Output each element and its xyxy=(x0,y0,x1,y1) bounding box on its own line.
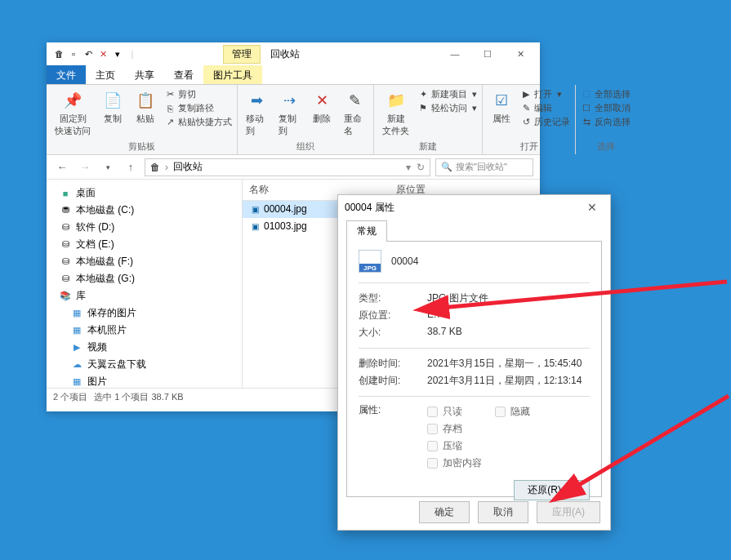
readonly-checkbox[interactable]: 只读 xyxy=(427,403,462,420)
tab-share[interactable]: 共享 xyxy=(125,65,164,84)
group-label-select: 选择 xyxy=(581,139,631,153)
edit-icon: ✎ xyxy=(520,103,532,114)
tree-pictures[interactable]: 图片 xyxy=(87,375,107,388)
properties-button[interactable]: ☑属性 xyxy=(488,88,515,127)
breadcrumb[interactable]: 🗑 › 回收站 ▾ ↻ xyxy=(145,158,430,176)
newfolder-icon: 📁 xyxy=(386,90,407,111)
copy-button[interactable]: 📄复制 xyxy=(99,88,127,127)
jpg-filetype-icon: JPG xyxy=(359,250,381,273)
ok-button[interactable]: 确定 xyxy=(419,501,470,523)
search-input[interactable]: 🔍 搜索"回收站" xyxy=(435,158,533,176)
close-button[interactable]: ✕ xyxy=(504,44,537,64)
open-button[interactable]: ▶打开 ▾ xyxy=(520,88,570,100)
qat-undo-icon[interactable]: ↶ xyxy=(82,48,94,60)
deleted-label: 删除时间: xyxy=(359,357,404,371)
group-label-new: 新建 xyxy=(379,139,477,153)
tree-f[interactable]: 本地磁盘 (F:) xyxy=(76,255,133,269)
ribbon-group-new: 📁新建 文件夹 ✦新建项目 ▾ ⚑轻松访问 ▾ 新建 xyxy=(374,85,483,154)
tree-c[interactable]: 本地磁盘 (C:) xyxy=(76,203,134,217)
origin-label: 原位置: xyxy=(359,309,404,322)
copyto-icon: ⇢ xyxy=(279,90,300,111)
edit-button[interactable]: ✎编辑 xyxy=(520,102,570,114)
copyto-button[interactable]: ⇢复制到 xyxy=(275,88,303,139)
type-value: JPG 图片文件 xyxy=(427,291,488,305)
tree-tianyi[interactable]: 天翼云盘下载 xyxy=(87,358,146,371)
close-icon[interactable]: ✕ xyxy=(581,201,604,214)
back-button[interactable]: ← xyxy=(53,158,71,176)
cloud-icon: ☁ xyxy=(71,359,82,371)
breadcrumb-location[interactable]: 回收站 xyxy=(173,160,203,174)
tree-savedpics[interactable]: 保存的图片 xyxy=(87,306,136,320)
qat-properties-icon[interactable]: ▫ xyxy=(68,48,79,60)
ribbon-group-clipboard: 📌固定到 快速访问 📄复制 📋粘贴 ✂剪切 ⎘复制路径 ↗粘贴快捷方式 剪贴板 xyxy=(47,85,238,154)
qat-dropdown-icon[interactable]: ▾ xyxy=(112,48,123,60)
tree-cameraroll[interactable]: 本机照片 xyxy=(87,323,127,337)
forward-button[interactable]: → xyxy=(76,158,94,176)
search-placeholder: 搜索"回收站" xyxy=(456,161,507,173)
selectnone-button[interactable]: ☐全部取消 xyxy=(581,102,631,114)
tree-g[interactable]: 本地磁盘 (G:) xyxy=(76,272,135,286)
group-label-open: 打开 xyxy=(488,139,570,153)
hidden-checkbox[interactable]: 隐藏 xyxy=(495,403,530,420)
paste-button[interactable]: 📋粘贴 xyxy=(131,88,159,127)
restore-button[interactable]: 还原(R) xyxy=(514,480,590,500)
jpg-icon: ▣ xyxy=(249,204,261,216)
delete-button[interactable]: ✕删除 xyxy=(308,88,336,127)
recent-dropdown[interactable]: ▾ xyxy=(99,158,117,176)
drive-icon: ⛃ xyxy=(60,205,71,216)
moveto-button[interactable]: ➡移动到 xyxy=(243,88,270,139)
desktop-icon: ■ xyxy=(60,188,71,199)
newfolder-button[interactable]: 📁新建 文件夹 xyxy=(379,88,412,139)
ribbon-tabs: 文件 主页 共享 查看 图片工具 xyxy=(47,65,540,85)
copypath-button[interactable]: ⎘复制路径 xyxy=(164,102,232,114)
tree-desktop[interactable]: 桌面 xyxy=(76,186,96,200)
ribbon-group-open: ☑属性 ▶打开 ▾ ✎编辑 ↺历史记录 打开 xyxy=(483,85,576,154)
manage-contextual-tab[interactable]: 管理 xyxy=(223,45,261,64)
selectnone-icon: ☐ xyxy=(581,103,592,114)
properties-dialog: 00004 属性 ✕ 常规 JPG 00004 类型:JPG 图片文件 原位置:… xyxy=(337,194,611,531)
qat-delete-icon[interactable]: ✕ xyxy=(97,48,109,60)
spinner-icon xyxy=(566,486,576,496)
minimize-button[interactable]: — xyxy=(439,44,471,64)
encrypted-checkbox[interactable]: 加密内容 xyxy=(427,455,590,472)
pasteshortcut-button[interactable]: ↗粘贴快捷方式 xyxy=(164,116,232,128)
history-icon: ↺ xyxy=(520,117,532,128)
pictures-icon: ▦ xyxy=(71,325,82,336)
pin-button[interactable]: 📌固定到 快速访问 xyxy=(51,88,94,139)
tab-home[interactable]: 主页 xyxy=(86,65,125,84)
tree-e[interactable]: 文档 (E:) xyxy=(76,238,114,251)
drive-icon: ⛁ xyxy=(60,239,71,251)
tree-videos[interactable]: 视频 xyxy=(87,340,107,354)
archive-checkbox[interactable]: 存档 xyxy=(427,420,590,438)
apply-button[interactable]: 应用(A) xyxy=(537,501,600,523)
easyaccess-button[interactable]: ⚑轻松访问 ▾ xyxy=(417,102,477,114)
ribbon-group-organize: ➡移动到 ⇢复制到 ✕删除 ✎重命名 组织 xyxy=(238,85,374,154)
pictures-icon: ▦ xyxy=(71,376,82,388)
type-label: 类型: xyxy=(359,291,404,305)
rename-button[interactable]: ✎重命名 xyxy=(341,88,368,139)
open-icon: ▶ xyxy=(520,89,532,100)
tree-libs[interactable]: 库 xyxy=(76,289,86,303)
tab-file[interactable]: 文件 xyxy=(47,65,86,84)
props-filename: 00004 xyxy=(391,256,418,267)
window-title: 回收站 xyxy=(264,46,306,63)
compressed-checkbox[interactable]: 压缩 xyxy=(427,438,590,455)
newitem-button[interactable]: ✦新建项目 ▾ xyxy=(417,88,477,100)
selectall-button[interactable]: ☐全部选择 xyxy=(581,88,631,100)
attributes-label: 属性: xyxy=(359,403,404,472)
cut-button[interactable]: ✂剪切 xyxy=(164,88,232,100)
tree-d[interactable]: 软件 (D:) xyxy=(76,220,114,234)
maximize-button[interactable]: ☐ xyxy=(471,44,504,64)
invert-button[interactable]: ⇆反向选择 xyxy=(581,116,631,128)
drive-icon: ⛁ xyxy=(60,222,71,233)
shortcut-icon: ↗ xyxy=(164,117,176,128)
paste-icon: 📋 xyxy=(135,90,156,111)
cancel-button[interactable]: 取消 xyxy=(478,501,528,523)
tab-general[interactable]: 常规 xyxy=(346,220,387,242)
tab-picture-tools[interactable]: 图片工具 xyxy=(203,65,262,84)
tab-view[interactable]: 查看 xyxy=(164,65,203,84)
navigation-tree[interactable]: ■桌面 ⛃本地磁盘 (C:) ⛁软件 (D:) ⛁文档 (E:) ⛁本地磁盘 (… xyxy=(47,180,243,388)
up-button[interactable]: ↑ xyxy=(122,158,140,176)
history-button[interactable]: ↺历史记录 xyxy=(520,116,570,128)
deleted-value: 2021年3月15日，星期一，15:45:40 xyxy=(427,357,582,371)
